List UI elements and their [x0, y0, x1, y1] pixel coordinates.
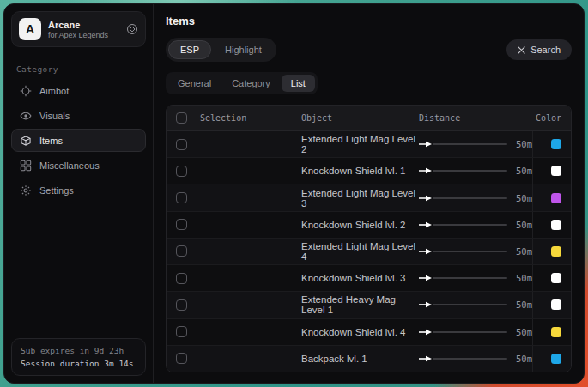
- color-cell: [532, 346, 561, 372]
- topbar: ESPHighlight Search: [166, 38, 572, 62]
- row-checkbox[interactable]: [176, 326, 187, 337]
- slider-track[interactable]: [433, 277, 507, 279]
- distance-value: 50m: [516, 299, 532, 310]
- header-object: Object: [301, 113, 419, 123]
- distance-slider[interactable]: [419, 141, 507, 148]
- color-cell: [532, 265, 561, 291]
- slider-track[interactable]: [433, 251, 507, 252]
- slider-thumb-icon[interactable]: [419, 329, 433, 336]
- row-checkbox[interactable]: [176, 166, 187, 177]
- row-checkbox[interactable]: [176, 139, 187, 150]
- distance-slider[interactable]: [419, 275, 507, 281]
- sidebar-item-label: Visuals: [39, 111, 70, 121]
- app-title: Arcane: [48, 20, 108, 30]
- slider-track[interactable]: [433, 358, 507, 360]
- color-swatch[interactable]: [551, 193, 561, 203]
- slider-track[interactable]: [433, 331, 507, 333]
- color-cell: [532, 212, 561, 238]
- tab-general[interactable]: General: [168, 75, 221, 92]
- main-panel: Items ESPHighlight Search GeneralCategor…: [154, 4, 584, 383]
- distance-value: 50m: [516, 220, 532, 230]
- table-row: Extended Light Mag Level 4 50m: [167, 239, 571, 265]
- color-swatch[interactable]: [551, 354, 561, 364]
- sidebar-item-items[interactable]: Items: [11, 129, 146, 152]
- row-checkbox[interactable]: [176, 245, 187, 257]
- slider-thumb-icon[interactable]: [419, 275, 433, 281]
- category-section-label: Category: [16, 64, 141, 74]
- row-checkbox[interactable]: [176, 353, 187, 364]
- sidebar-nav: AimbotVisualsItemsMiscellaneousSettings: [4, 79, 153, 202]
- distance-cell: 50m: [419, 220, 532, 230]
- row-checkbox[interactable]: [176, 299, 187, 311]
- header-distance: Distance: [419, 113, 532, 123]
- sidebar-item-visuals[interactable]: Visuals: [11, 104, 146, 127]
- select-all-checkbox[interactable]: [176, 112, 187, 124]
- package-icon: [20, 135, 32, 147]
- color-cell: [532, 292, 561, 317]
- slider-track[interactable]: [433, 224, 507, 226]
- slider-track[interactable]: [433, 197, 507, 199]
- row-checkbox[interactable]: [176, 219, 187, 230]
- table-header: Selection Object Distance Color: [167, 106, 571, 131]
- tab-category[interactable]: Category: [222, 75, 280, 92]
- page-title: Items: [166, 15, 572, 27]
- slider-thumb-icon[interactable]: [419, 141, 433, 148]
- sidebar-item-label: Settings: [39, 185, 74, 196]
- color-swatch[interactable]: [551, 299, 561, 310]
- row-checkbox[interactable]: [176, 273, 187, 284]
- emblem-icon[interactable]: [126, 23, 138, 35]
- color-swatch[interactable]: [551, 246, 561, 257]
- app-logo: A: [19, 18, 41, 40]
- table-row: Knockdown Shield lvl. 4 50m: [167, 319, 571, 346]
- tab-esp[interactable]: ESP: [168, 40, 211, 59]
- color-cell: [532, 239, 561, 264]
- slider-track[interactable]: [433, 170, 507, 172]
- slider-thumb-icon[interactable]: [419, 221, 433, 228]
- object-name: Extended Light Mag Level 4: [301, 241, 419, 262]
- slider-track[interactable]: [433, 304, 507, 305]
- table-row: Knockdown Shield lvl. 3 50m: [167, 265, 571, 292]
- distance-slider[interactable]: [419, 301, 507, 308]
- slider-thumb-icon[interactable]: [419, 248, 433, 255]
- slider-thumb-icon[interactable]: [419, 167, 433, 174]
- row-checkbox[interactable]: [176, 192, 187, 203]
- distance-slider[interactable]: [419, 195, 507, 202]
- table-body: Extended Light Mag Level 2 50m Knockdown…: [167, 131, 571, 372]
- sidebar: A Arcane for Apex Legends Category Aimbo…: [4, 4, 154, 383]
- distance-slider[interactable]: [419, 221, 507, 228]
- slider-thumb-icon[interactable]: [419, 355, 433, 362]
- distance-slider[interactable]: [419, 355, 507, 362]
- slider-thumb-icon[interactable]: [419, 301, 433, 308]
- sidebar-item-aimbot[interactable]: Aimbot: [11, 79, 146, 102]
- distance-cell: 50m: [419, 139, 532, 149]
- color-swatch[interactable]: [551, 327, 561, 337]
- distance-cell: 50m: [419, 166, 532, 176]
- object-name: Knockdown Shield lvl. 3: [301, 273, 419, 283]
- sidebar-item-settings[interactable]: Settings: [11, 178, 146, 202]
- color-swatch[interactable]: [551, 220, 561, 230]
- gear-icon: [20, 184, 32, 197]
- distance-cell: 50m: [419, 273, 532, 283]
- sidebar-item-miscellaneous[interactable]: Miscellaneous: [11, 154, 146, 177]
- slider-track[interactable]: [433, 143, 507, 145]
- color-swatch[interactable]: [551, 166, 561, 176]
- color-swatch[interactable]: [551, 273, 561, 283]
- search-button[interactable]: Search: [506, 39, 572, 60]
- sidebar-item-label: Miscellaneous: [39, 160, 100, 171]
- object-name: Knockdown Shield lvl. 4: [301, 327, 419, 337]
- slider-thumb-icon[interactable]: [419, 195, 433, 202]
- object-name: Extended Light Mag Level 2: [301, 134, 419, 154]
- tab-list[interactable]: List: [282, 75, 315, 92]
- view-tab-group: GeneralCategoryList: [166, 72, 318, 94]
- table-row: Backpack lvl. 1 50m: [167, 346, 571, 372]
- distance-slider[interactable]: [419, 167, 507, 174]
- distance-slider[interactable]: [419, 329, 507, 336]
- distance-cell: 50m: [419, 299, 532, 310]
- color-swatch[interactable]: [551, 139, 561, 149]
- sidebar-spacer: [4, 202, 153, 331]
- sub-expiry-text: Sub expires in 9d 23h: [21, 346, 136, 355]
- tab-highlight[interactable]: Highlight: [213, 40, 274, 59]
- distance-slider[interactable]: [419, 248, 507, 255]
- brand-card: A Arcane for Apex Legends: [11, 11, 146, 47]
- distance-value: 50m: [516, 327, 532, 337]
